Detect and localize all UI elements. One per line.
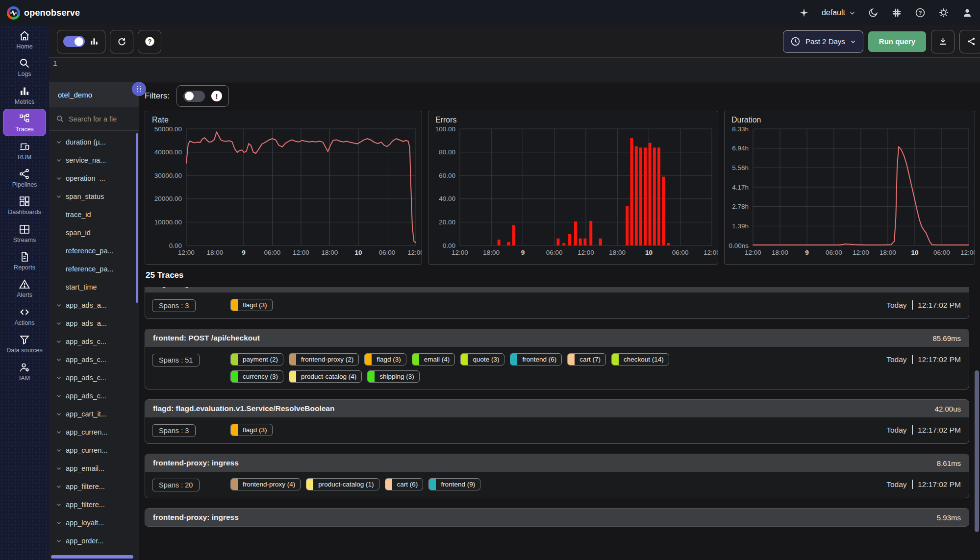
app-logo[interactable]: openobserve <box>0 6 80 20</box>
filters-toggle[interactable] <box>183 91 205 102</box>
field-item[interactable]: app_filtere... <box>49 477 139 495</box>
sidebar-item-streams[interactable]: Streams <box>3 219 46 246</box>
trace-row-header[interactable]: flagd: flagd.evaluation.v1.Service/Resol… <box>145 400 969 417</box>
field-item[interactable]: app_order... <box>49 532 139 550</box>
service-badge[interactable]: frontend-proxy (4) <box>230 478 301 490</box>
chevron-down-icon[interactable] <box>55 411 62 417</box>
query-editor[interactable]: 1 <box>49 58 980 82</box>
field-item[interactable]: duration (µ... <box>49 133 139 151</box>
sidebar-item-traces[interactable]: Traces <box>3 109 46 136</box>
fields-vertical-scrollbar[interactable] <box>136 133 138 303</box>
field-item[interactable]: app_ads_c... <box>49 387 139 405</box>
service-badge[interactable]: checkout (14) <box>611 353 669 365</box>
service-badge[interactable]: currency (3) <box>230 370 283 383</box>
sidebar-item-rum[interactable]: RUM <box>3 137 46 164</box>
chevron-down-icon[interactable] <box>55 501 62 508</box>
field-item[interactable]: app_filtere... <box>49 495 139 513</box>
chevron-down-icon[interactable] <box>55 429 62 436</box>
field-item[interactable]: app_curren... <box>49 441 139 459</box>
field-item[interactable]: app_ads_c... <box>49 350 139 368</box>
field-item[interactable]: app_ads_a... <box>49 314 139 332</box>
service-badge[interactable]: flagd (3) <box>230 299 273 311</box>
chevron-down-icon[interactable] <box>55 175 62 182</box>
field-item[interactable]: app_ads_c... <box>49 368 139 387</box>
service-badge[interactable]: shipping (3) <box>367 370 420 383</box>
spans-chip[interactable]: Spans : 20 <box>152 479 200 491</box>
chevron-down-icon[interactable] <box>55 447 62 454</box>
panel-drag-handle[interactable] <box>132 82 146 96</box>
sidebar-item-iam[interactable]: IAM <box>3 358 46 385</box>
chevron-down-icon[interactable] <box>55 519 62 526</box>
help-icon[interactable]: ? <box>914 7 926 19</box>
service-badge[interactable]: payment (2) <box>230 353 283 365</box>
chevron-down-icon[interactable] <box>55 338 62 345</box>
field-item[interactable]: trace_id <box>49 205 139 223</box>
field-item[interactable]: reference_pa... <box>49 260 139 278</box>
service-badge[interactable]: frontend-proxy (2) <box>289 353 359 365</box>
field-item[interactable]: start_time <box>49 278 139 296</box>
stream-name[interactable]: otel_demo <box>49 82 139 107</box>
help-circle-button[interactable]: ? <box>138 30 161 53</box>
field-item[interactable]: app_ads_a... <box>49 296 139 314</box>
org-selector[interactable]: default <box>822 8 855 17</box>
field-item[interactable]: app_email... <box>49 459 139 477</box>
service-badge[interactable]: cart (6) <box>385 478 424 490</box>
field-item[interactable]: app_loyalt... <box>49 513 139 532</box>
service-badge[interactable]: product-catalog (1) <box>306 478 379 490</box>
field-item[interactable]: span_id <box>49 223 139 242</box>
trace-row[interactable]: flagd: flagd.evaluation.v1.Service/Resol… <box>145 287 969 319</box>
service-badge[interactable]: flagd (3) <box>364 353 406 365</box>
fields-horizontal-scrollbar[interactable] <box>51 555 133 559</box>
share-button[interactable] <box>959 30 980 53</box>
chevron-down-icon[interactable] <box>55 157 62 164</box>
slack-icon[interactable] <box>891 7 903 19</box>
field-search[interactable]: Search for a fie <box>49 107 139 131</box>
trace-row[interactable]: frontend: POST /api/checkout85.69msSpans… <box>145 329 969 390</box>
trace-row[interactable]: frontend-proxy: ingress5.93ms <box>145 508 969 527</box>
chevron-down-icon[interactable] <box>55 356 62 363</box>
trace-row-header[interactable]: frontend-proxy: ingress8.61ms <box>145 454 969 472</box>
service-badge[interactable]: frontend (6) <box>510 353 562 365</box>
histogram-toggle[interactable] <box>63 36 85 47</box>
chevron-down-icon[interactable] <box>55 139 62 146</box>
sidebar-item-home[interactable]: Home <box>3 26 46 53</box>
chevron-down-icon[interactable] <box>55 374 62 381</box>
chevron-down-icon[interactable] <box>55 193 62 200</box>
service-badge[interactable]: product-catalog (4) <box>289 370 362 383</box>
field-item[interactable]: app_ads_c... <box>49 332 139 350</box>
chevron-down-icon[interactable] <box>55 320 62 327</box>
field-item[interactable]: span_status <box>49 187 139 205</box>
sidebar-item-pipelines[interactable]: Pipelines <box>3 164 46 191</box>
service-badge[interactable]: cart (7) <box>567 353 606 365</box>
sidebar-item-alerts[interactable]: Alerts <box>3 274 46 301</box>
sidebar-item-data-sources[interactable]: Data sources <box>3 330 46 357</box>
chevron-down-icon[interactable] <box>55 392 62 399</box>
service-badge[interactable]: email (4) <box>412 353 455 365</box>
chevron-down-icon[interactable] <box>55 483 62 490</box>
histogram-toggle-button[interactable] <box>57 30 105 53</box>
field-item[interactable]: reference_pa... <box>49 242 139 260</box>
sidebar-item-actions[interactable]: Actions <box>3 302 46 329</box>
spans-chip[interactable]: Spans : 3 <box>152 299 196 312</box>
spans-chip[interactable]: Spans : 3 <box>152 424 196 437</box>
errors-chart[interactable]: 100.0080.0060.0040.0020.000.0012:0018:00… <box>428 126 718 259</box>
service-badge[interactable]: flagd (3) <box>230 424 273 436</box>
chevron-down-icon[interactable] <box>55 302 62 309</box>
trace-row-header[interactable]: frontend: POST /api/checkout85.69ms <box>145 329 969 347</box>
chevron-down-icon[interactable] <box>55 465 62 472</box>
sidebar-item-dashboards[interactable]: Dashboards <box>3 192 46 219</box>
traces-vertical-scrollbar[interactable] <box>975 370 979 532</box>
sidebar-item-metrics[interactable]: Metrics <box>3 81 46 108</box>
exclamation-icon[interactable]: ! <box>211 91 222 101</box>
run-query-button[interactable]: Run query <box>868 31 926 52</box>
rate-chart[interactable]: 50000.0040000.0030000.0020000.0010000.00… <box>145 126 422 259</box>
field-item[interactable]: service_na... <box>49 151 139 169</box>
service-badge[interactable]: frontend (9) <box>428 478 480 490</box>
chevron-down-icon[interactable] <box>55 537 62 544</box>
trace-row-header[interactable]: flagd: flagd.evaluation.v1.Service/Resol… <box>145 287 969 292</box>
refresh-button[interactable] <box>110 30 133 53</box>
trace-row[interactable]: frontend-proxy: ingress8.61msSpans : 20f… <box>145 454 969 498</box>
field-item[interactable]: app_cart_it... <box>49 405 139 423</box>
spans-chip[interactable]: Spans : 51 <box>152 354 200 366</box>
dark-mode-moon-icon[interactable] <box>867 7 879 19</box>
